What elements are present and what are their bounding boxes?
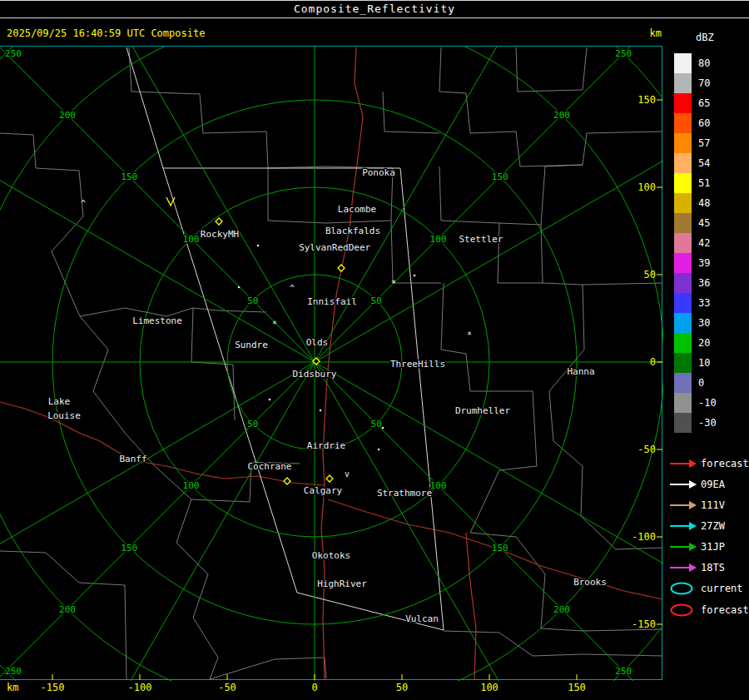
legend-track-label: 111V — [701, 499, 725, 511]
caret-down-marker: v — [345, 469, 350, 479]
radial-spoke — [315, 362, 663, 620]
point-marker — [257, 245, 260, 247]
point-marker — [414, 275, 416, 277]
arrow-head — [689, 459, 697, 468]
point-marker — [382, 427, 384, 429]
track-arrow-icon — [669, 520, 697, 532]
radar-site-marker — [216, 218, 222, 225]
city-label: Cochrane — [248, 461, 292, 472]
colorbar-entry: 65 — [674, 93, 749, 113]
range-label: 250 — [615, 48, 632, 59]
colorbar-value: 33 — [698, 297, 710, 309]
county-boundary — [191, 308, 235, 420]
colorbar-entry: 45 — [674, 213, 749, 233]
county-boundary — [391, 221, 441, 283]
colorbar-swatch — [674, 373, 692, 393]
range-label: 50 — [247, 295, 258, 306]
radar-viewer-window: Composite_Reflectivity 2025/09/25 16:40:… — [0, 0, 749, 700]
colorbar-entry: 54 — [674, 153, 749, 173]
range-label: 250 — [5, 48, 22, 59]
city-label: RockyMH — [201, 229, 239, 240]
x-axis-label: -150 — [32, 682, 72, 693]
colorbar-swatch — [674, 293, 692, 313]
legend-track-label: forecast — [701, 458, 749, 469]
county-boundary — [441, 283, 533, 391]
city-label: Lake — [48, 396, 71, 407]
legend-track-item: forecast — [669, 453, 749, 474]
point-marker — [378, 449, 380, 451]
colorbar-entry: 36 — [674, 273, 749, 293]
ellipse-shape — [672, 583, 692, 594]
arrow-head — [689, 543, 697, 551]
city-label: Banff — [119, 454, 146, 464]
range-label: 200 — [553, 110, 570, 121]
range-label: 150 — [121, 543, 137, 554]
window-titlebar[interactable]: Composite_Reflectivity — [0, 0, 749, 18]
range-label: 100 — [430, 234, 447, 245]
colorbar-swatch — [674, 153, 692, 173]
county-boundary — [516, 47, 587, 92]
range-label: 250 — [615, 666, 632, 677]
city-label: ThreeHills — [390, 359, 445, 370]
colorbar-entry: 51 — [674, 173, 749, 193]
colorbar-value: 20 — [698, 337, 710, 349]
track-arrow-icon — [669, 562, 697, 573]
colorbar-swatch — [674, 393, 692, 413]
legend-track-item: 09EA — [669, 474, 749, 494]
legend-ellipse-item: forecast — [669, 599, 749, 621]
colorbar-swatch — [674, 93, 692, 113]
county-boundary — [549, 285, 662, 549]
colorbar-value: 48 — [698, 197, 710, 209]
city-label: Sundre — [235, 340, 268, 350]
colorbar-value: 54 — [698, 157, 710, 169]
colorbar-entry: 30 — [674, 313, 749, 333]
colorbar-value: 36 — [698, 277, 710, 289]
point-marker — [320, 410, 322, 412]
county-boundary — [498, 223, 543, 283]
colorbar-entry: 33 — [674, 293, 749, 313]
colorbar-swatch — [674, 133, 692, 153]
colorbar-entry: 80 — [674, 53, 749, 73]
range-label: 50 — [247, 419, 258, 429]
city-label: Sylvan — [299, 242, 332, 253]
county-boundary — [0, 133, 218, 679]
asterisk-marker: * — [272, 320, 277, 329]
colorbar-value: 0 — [698, 377, 704, 389]
colorbar-swatch — [674, 273, 692, 293]
city-label: Ponoka — [362, 167, 395, 178]
city-label: Didsbury — [293, 369, 337, 380]
city-label: Okotoks — [312, 550, 350, 561]
x-axis-label: 150 — [557, 682, 597, 693]
range-label: 150 — [121, 171, 137, 182]
colorbar-swatch — [674, 193, 692, 213]
city-label: Airdrie — [307, 440, 345, 451]
legend-track-item: 111V — [669, 494, 749, 515]
window-title: Composite_Reflectivity — [294, 2, 455, 15]
radial-spoke — [0, 362, 315, 620]
colorbar-value: 39 — [698, 257, 710, 269]
sidebar: dBZ 807065605754514845423936333020100-10… — [666, 18, 749, 700]
arrow-head — [689, 501, 697, 509]
y-axis-unit-label: km — [626, 27, 662, 39]
colorbar-swatch — [674, 313, 692, 333]
city-label: Lacombe — [338, 204, 376, 215]
x-axis-label: -100 — [120, 682, 160, 693]
city-label: Blackfalds — [325, 226, 380, 236]
county-boundary — [541, 165, 583, 225]
city-label: Olds — [306, 337, 329, 348]
range-label: 150 — [492, 543, 508, 554]
legend-track-item: 31JP — [669, 536, 749, 557]
colorbar-value: -30 — [698, 417, 717, 429]
colorbar-entry: 57 — [674, 133, 749, 153]
legend-track-item: 18TS — [669, 557, 749, 578]
county-boundary — [439, 47, 662, 166]
city-label: HighRiver — [317, 578, 367, 589]
caret-up-marker: ^ — [81, 199, 86, 208]
x-axis-label: -50 — [207, 682, 247, 693]
range-label: 50 — [371, 295, 382, 306]
coverage-outline-extension — [126, 47, 163, 168]
x-axis-label: 100 — [469, 682, 509, 693]
range-label: 200 — [59, 110, 76, 121]
range-label: 150 — [492, 171, 508, 182]
legend-ellipse-label: current — [701, 583, 743, 594]
